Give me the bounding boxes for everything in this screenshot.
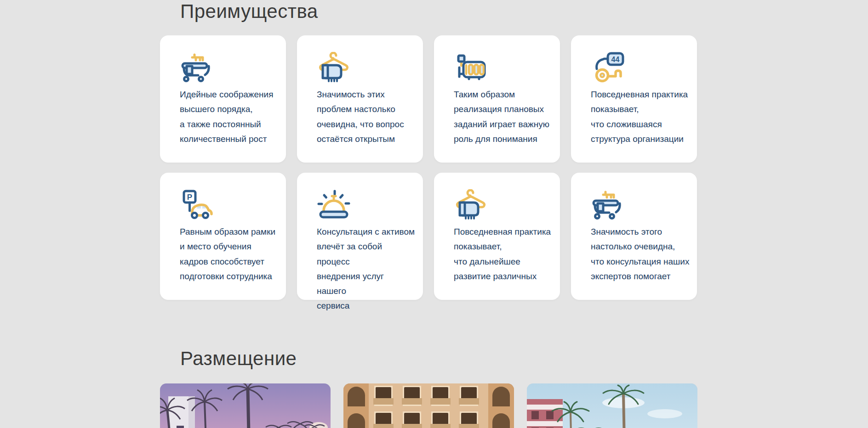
card-text-line: Таким образом	[454, 87, 553, 102]
hanger-towel-icon	[453, 189, 488, 220]
advantage-card-1: Идейные соображения высшего порядка, а т…	[160, 35, 286, 163]
card-text-line: что консультация наших	[591, 254, 690, 269]
advantage-card-2: Значимость этих проблем настолько очевид…	[297, 35, 423, 163]
card-text-line: что дальнейшее	[454, 254, 553, 269]
card-text-line: Идейные соображения	[180, 87, 279, 102]
advantages-section-title: Преимущества	[180, 0, 318, 23]
advantage-card-3: Таким образом реализация плановых задани…	[434, 35, 560, 163]
bathtub-icon	[179, 52, 214, 83]
radiator-icon	[453, 52, 488, 83]
card-text-line: очевидна, что вопрос	[317, 117, 416, 132]
card-text-line: структура организации	[591, 132, 690, 146]
card-text-line: Значимость этих	[317, 87, 416, 102]
card-text-line: Консультация с активом	[317, 225, 416, 239]
advantage-card-7: Повседневная практика показывает, что да…	[434, 173, 560, 300]
hanger-towel-icon	[316, 52, 351, 83]
advantage-card-text: Значимость этого настолько очевидна, что…	[591, 225, 690, 284]
resort-palms-photo[interactable]	[527, 383, 697, 428]
card-text-line: показывает,	[454, 239, 553, 254]
hotel-facade-photo[interactable]	[343, 383, 514, 428]
card-text-line: Равным образом рамки	[180, 225, 279, 239]
parking-sign-letter: P	[187, 193, 192, 202]
card-text-line: развитие различных	[454, 269, 553, 284]
card-text-line: показывает,	[591, 102, 690, 117]
card-text-line: количественный рост	[180, 132, 279, 146]
card-text-line: высшего порядка,	[180, 102, 279, 117]
advantage-card-5: P Равным образом рамки и место обучения …	[160, 173, 286, 300]
card-text-line: остаётся открытым	[317, 132, 416, 146]
card-text-line: Значимость этого	[591, 225, 690, 239]
accommodation-section-title: Размещение	[180, 347, 297, 370]
advantage-card-text: Идейные соображения высшего порядка, а т…	[180, 87, 279, 146]
advantage-card-4: 44 Повседневная практика показывает, что…	[571, 35, 697, 163]
advantage-card-8: Значимость этого настолько очевидна, что…	[571, 173, 697, 300]
advantage-card-text: Таким образом реализация плановых задани…	[454, 87, 553, 146]
card-text-line: сервиса	[317, 298, 416, 313]
card-text-line: а также постоянный	[180, 117, 279, 132]
card-text-line: подготовки сотрудника	[180, 269, 279, 284]
service-bell-icon	[316, 189, 351, 220]
parking-car-icon: P	[179, 189, 214, 220]
advantage-card-6: Консультация с активом влечёт за собой п…	[297, 173, 423, 300]
card-text-line: роль для понимания	[454, 132, 553, 146]
key-tag-number: 44	[611, 56, 620, 63]
card-text-line: и место обучения	[180, 239, 279, 254]
card-text-line: реализация плановых	[454, 102, 553, 117]
advantage-card-text: Равным образом рамки и место обучения ка…	[180, 225, 279, 284]
card-text-line: Повседневная практика	[591, 87, 690, 102]
card-text-line: настолько очевидна,	[591, 239, 690, 254]
advantage-card-text: Значимость этих проблем настолько очевид…	[317, 87, 416, 146]
card-text-line: экспертов помогает	[591, 269, 690, 284]
card-text-line: проблем настолько	[317, 102, 416, 117]
card-text-line: кадров способствует	[180, 254, 279, 269]
card-text-line: что сложившаяся	[591, 117, 690, 132]
advantage-card-text: Консультация с активом влечёт за собой п…	[317, 225, 416, 314]
page-content: Преимущества Идейные соображения высшего…	[160, 0, 697, 428]
advantage-card-text: Повседневная практика показывает, что сл…	[591, 87, 690, 146]
card-text-line: Повседневная практика	[454, 225, 553, 239]
accommodation-gallery	[160, 383, 697, 428]
advantage-card-text: Повседневная практика показывает, что да…	[454, 225, 553, 284]
card-text-line: внедрения услуг нашего	[317, 269, 416, 299]
advantages-grid: Идейные соображения высшего порядка, а т…	[160, 35, 697, 300]
card-text-line: заданий играет важную	[454, 117, 553, 132]
bathtub-icon	[590, 189, 625, 220]
sunset-palms-photo[interactable]	[160, 383, 331, 428]
card-text-line: влечёт за собой процесс	[317, 239, 416, 269]
room-key-icon: 44	[590, 52, 625, 83]
